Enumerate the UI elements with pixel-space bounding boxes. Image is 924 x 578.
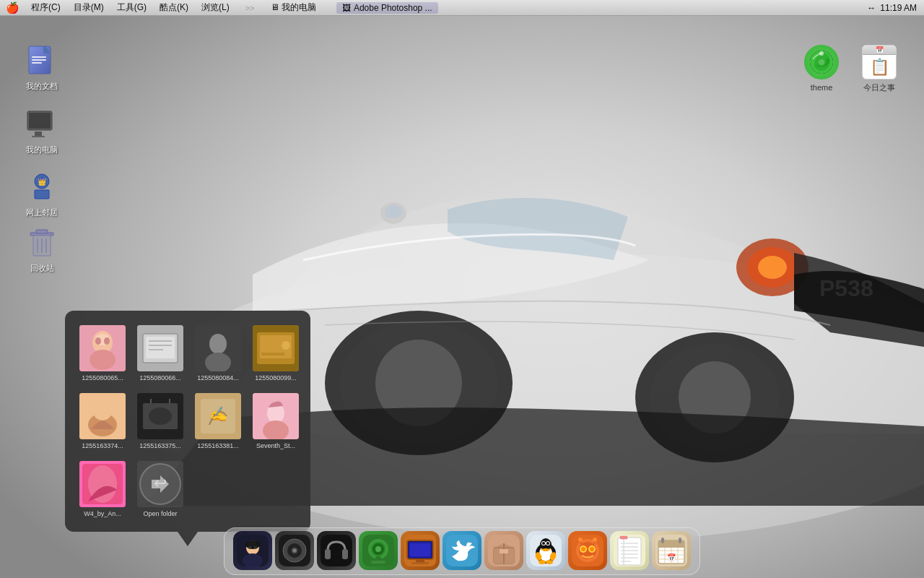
svg-text:↩: ↩ [154,474,167,492]
folder-item-5[interactable]: 1255163375... [134,390,186,452]
dock-icon-twitter [443,531,481,570]
folder-thumb-7 [253,393,299,439]
svg-point-126 [590,547,594,551]
folder-item-4[interactable]: 1255163374... [77,390,128,452]
svg-rect-19 [32,62,42,64]
dock-item-box[interactable] [484,531,523,570]
svg-point-115 [543,548,549,551]
dock-item-disk[interactable] [275,531,314,570]
folder-thumb-2 [195,325,241,371]
folder-item-label-1: 1255080066... [139,374,181,381]
svg-rect-23 [32,136,45,137]
menu-gongju[interactable]: 工具(G) [111,1,152,14]
dock-item-twitter[interactable] [443,531,481,570]
recycle-icon [25,225,59,260]
folder-thumb-0 [79,325,126,371]
dock-item-calendar[interactable]: 📅 [652,531,691,570]
svg-rect-106 [500,549,508,553]
my-computer-icon [25,107,59,142]
theme-icon [804,45,839,79]
clock: 11:19 AM [880,3,917,13]
svg-point-119 [546,560,553,564]
my-documents-icon [25,43,59,78]
svg-rect-144 [658,545,684,548]
dock-icon-box [484,531,523,570]
folder-item-6[interactable]: ✍ 1255163381... [192,390,244,452]
dock-item-headphones[interactable] [317,531,356,570]
svg-point-40 [90,350,116,370]
folder-item-0[interactable]: 1255080065... [77,322,128,384]
svg-rect-151 [661,538,664,543]
menu-mulu[interactable]: 目录(M) [68,1,110,14]
svg-rect-57 [261,353,284,355]
dock-item-tv[interactable] [401,531,440,570]
folder-thumb-8 [79,461,126,507]
folder-item-7[interactable]: Seventh_St... [250,390,302,452]
svg-text:👑: 👑 [38,177,47,186]
dock-item-robot[interactable] [568,531,607,570]
my-computer-label: 我的电脑 [26,144,58,155]
menu-more[interactable]: >> [240,3,261,13]
apple-menu[interactable]: 🍎 [6,1,19,14]
dock-icon-notepad [610,531,649,570]
menu-chengxu[interactable]: 程序(C) [25,1,66,14]
dock-icon-tv [401,531,440,570]
svg-point-80 [248,546,251,549]
svg-point-42 [95,337,101,345]
desktop-icon-theme[interactable]: theme [793,45,850,92]
menu-mycomputer[interactable]: 🖥 我的电脑 [265,1,322,14]
menubar: 🍎 程序(C) 目录(M) 工具(G) 酷点(K) 浏览(L) >> 🖥 我的电… [0,0,924,16]
svg-rect-88 [325,549,331,559]
network-label: 网上邻居 [26,207,58,217]
svg-point-10 [758,256,787,279]
svg-point-81 [254,546,257,549]
svg-point-51 [209,334,227,354]
svg-rect-96 [371,561,385,564]
desktop-icon-recycle[interactable]: 回收站 [13,225,71,273]
desktop-icon-network[interactable]: 👑 网上邻居 [13,170,71,217]
dock-item-music[interactable] [359,531,398,570]
my-documents-label: 我的文档 [26,81,58,91]
svg-rect-22 [35,131,42,136]
folder-item-2[interactable]: 1255080084... [192,322,244,384]
svg-rect-100 [410,543,430,556]
folder-item-open[interactable]: ↩ Open folder [134,458,186,520]
menubar-right: ↔ 11:19 AM [867,3,924,13]
menu-kuodian[interactable]: 酷点(K) [154,1,194,14]
svg-rect-27 [35,190,49,199]
folder-item-3[interactable]: 1255080099... [250,322,302,384]
open-folder-label: Open folder [143,510,177,517]
dock-item-notepad[interactable] [610,531,649,570]
svg-point-37 [819,59,824,65]
dock-icon-robot [568,531,607,570]
svg-point-63 [149,407,172,425]
dock-icon-penguin [526,531,565,570]
folder-item-label-5: 1255163375... [139,442,181,449]
svg-point-94 [375,546,381,552]
svg-point-140 [624,536,628,540]
svg-text:📅: 📅 [667,553,676,562]
desktop-icon-my-documents[interactable]: 我的文档 [13,43,71,91]
recycle-label: 回收站 [30,263,54,273]
folder-item-label-7: Seventh_St... [256,442,295,449]
menu-items: 程序(C) 目录(M) 工具(G) 酷点(K) 浏览(L) >> 🖥 我的电脑 [25,1,322,14]
folder-item-label-3: 1255080099... [255,374,297,381]
svg-rect-102 [411,562,429,564]
desktop-icon-today[interactable]: 📅 📋 今日之事 [850,45,908,92]
svg-rect-17 [32,56,46,58]
dock-icon-disk [275,531,314,570]
network-icon: 👑 [25,170,59,204]
folder-grid: 1255080065... 1255080066... [77,322,299,452]
dock-item-girl[interactable] [233,531,272,570]
svg-point-118 [539,560,546,564]
folder-thumb-3 [253,325,299,371]
svg-point-56 [282,341,290,350]
today-icon: 📅 📋 [862,45,897,79]
desktop-icon-my-computer[interactable]: 我的电脑 [13,107,71,155]
menu-liulan[interactable]: 浏览(L) [196,1,235,14]
dock-item-penguin[interactable] [526,531,565,570]
folder-item-1[interactable]: 1255080066... [134,322,186,384]
svg-rect-30 [36,230,48,233]
folder-item-8[interactable]: W4_by_An... [77,458,128,520]
folder-item-label-4: 1255163374... [82,442,123,449]
